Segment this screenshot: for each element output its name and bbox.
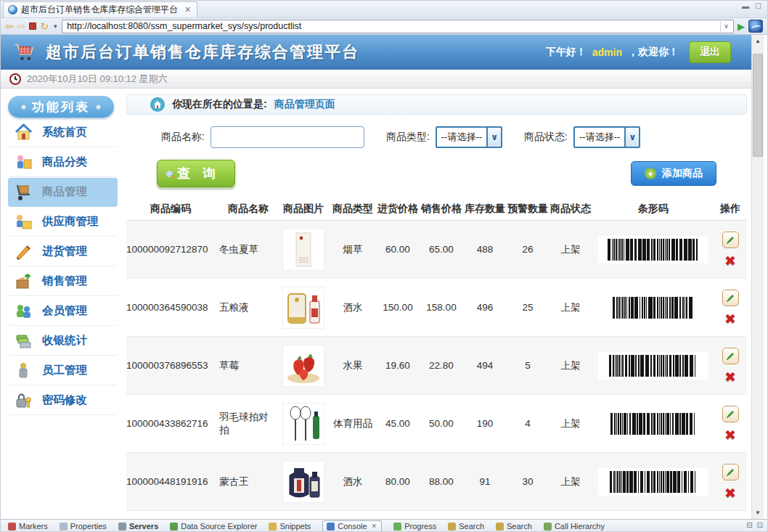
view-bar-controls: ⊟ ⊡ xyxy=(746,521,763,529)
go-icon[interactable]: ▶ xyxy=(738,21,745,32)
sidebar-item-8[interactable]: 收银统计 xyxy=(8,327,118,356)
supplier-icon xyxy=(14,212,33,232)
view-tab-data-source-explorer[interactable]: Data Source Explorer xyxy=(170,522,257,531)
edit-icon[interactable] xyxy=(722,464,739,480)
view-tab-progress[interactable]: Progress xyxy=(393,522,436,531)
minimize-view-icon[interactable]: ⊟ xyxy=(746,521,752,529)
filter-row: 商品名称: 商品类型: --请选择-- ∨ 商品状态: --请选择-- ∨ xyxy=(161,126,747,148)
external-browser-icon[interactable] xyxy=(748,20,763,33)
product-code: 100000448191916 xyxy=(126,476,215,487)
delete-icon[interactable]: ✖ xyxy=(724,486,736,500)
view-tab-label: Call Hierarchy xyxy=(555,522,605,531)
sidebar-item-4[interactable]: 供应商管理 xyxy=(8,208,118,237)
column-header: 操作 xyxy=(714,202,747,216)
product-image-cell xyxy=(277,287,330,329)
sidebar-item-5[interactable]: 进货管理 xyxy=(8,237,118,266)
delete-icon[interactable]: ✖ xyxy=(724,254,736,268)
logout-button[interactable]: 退出 xyxy=(689,41,731,63)
globe-icon xyxy=(8,5,17,15)
forward-icon[interactable]: ⇨ xyxy=(17,21,26,31)
refresh-dropdown-icon[interactable]: ▼ xyxy=(52,23,58,30)
edit-icon[interactable] xyxy=(722,348,739,364)
view-tab-properties[interactable]: Properties xyxy=(60,522,107,531)
product-name: 五粮液 xyxy=(215,301,277,314)
view-tab-icon xyxy=(544,523,552,531)
sidebar-item-3[interactable]: 商品管理 xyxy=(8,178,118,207)
dot-icon xyxy=(96,105,101,110)
view-tab-console[interactable]: Console✕ xyxy=(322,520,382,532)
product-image-cell xyxy=(277,461,330,503)
view-tab-markers[interactable]: Markers xyxy=(8,522,48,531)
view-tab-label: Markers xyxy=(19,522,48,531)
view-tab-snippets[interactable]: Snippets xyxy=(269,522,311,531)
barcode-image xyxy=(598,294,708,322)
product-status-label: 商品状态: xyxy=(524,131,568,144)
vertical-scrollbar[interactable]: ▲ ▼ xyxy=(751,35,764,519)
sidebar-item-1[interactable]: 系统首页 xyxy=(8,118,118,147)
delete-icon[interactable]: ✖ xyxy=(724,370,736,384)
barcode-cell xyxy=(592,352,714,380)
delete-icon[interactable]: ✖ xyxy=(724,428,736,442)
stop-icon[interactable] xyxy=(29,22,36,30)
product-name-input[interactable] xyxy=(211,126,364,148)
sidebar-item-label: 进货管理 xyxy=(42,244,87,259)
stock-quantity: 488 xyxy=(463,244,507,255)
window-controls: ▬ ☐ xyxy=(742,2,761,10)
sidebar-item-9[interactable]: 员工管理 xyxy=(8,356,118,385)
product-status-select[interactable]: --请选择-- ∨ xyxy=(573,126,640,148)
product-type-select[interactable]: --请选择-- ∨ xyxy=(436,126,502,148)
product-image xyxy=(282,403,324,445)
sidebar-item-label: 商品管理 xyxy=(42,184,87,200)
sidebar-item-6[interactable]: 销售管理 xyxy=(8,267,118,296)
product-type: 体育用品 xyxy=(330,417,376,430)
view-tab-search[interactable]: Search xyxy=(448,522,484,531)
product-type: 水果 xyxy=(330,359,376,372)
view-tab-servers[interactable]: Servers xyxy=(118,522,158,531)
sidebar-item-2[interactable]: 商品分类 xyxy=(8,148,118,177)
add-product-button[interactable]: + 添加商品 xyxy=(631,161,716,186)
view-tab-label: Console xyxy=(338,522,367,531)
product-image xyxy=(282,345,324,387)
maximize-icon[interactable]: ☐ xyxy=(755,2,761,10)
back-icon[interactable]: ⇦ xyxy=(5,21,14,31)
sell-price: 50.00 xyxy=(420,418,463,429)
url-dropdown-icon[interactable]: ∨ xyxy=(720,21,732,32)
warning-quantity: 25 xyxy=(507,302,549,313)
view-tab-label: Properties xyxy=(70,522,107,531)
view-tab-label: Servers xyxy=(129,522,158,531)
edit-icon[interactable] xyxy=(722,232,739,248)
scroll-up-icon[interactable]: ▲ xyxy=(752,35,764,47)
table-row: 100000433862716羽毛球拍对拍体育用品45.0050.001904上… xyxy=(126,395,747,453)
purchase-icon xyxy=(14,242,33,261)
browser-tab[interactable]: 超市后台订单销售仓库库存综合管理平台 ✕ xyxy=(3,1,197,17)
url-bar[interactable]: ∨ xyxy=(62,20,734,33)
product-type: 烟草 xyxy=(330,243,376,256)
column-header: 商品编码 xyxy=(126,202,215,216)
delete-icon[interactable]: ✖ xyxy=(724,312,736,326)
minimize-icon[interactable]: ▬ xyxy=(742,2,749,10)
maximize-view-icon[interactable]: ⊡ xyxy=(757,521,763,529)
product-name: 羽毛球拍对拍 xyxy=(215,411,277,437)
search-button[interactable]: 查 询 xyxy=(157,160,235,187)
url-input[interactable] xyxy=(67,21,720,31)
barcode-image xyxy=(598,352,708,380)
view-tab-close-icon[interactable]: ✕ xyxy=(372,523,377,530)
eclipse-view-bar: MarkersPropertiesServersData Source Expl… xyxy=(1,519,767,532)
edit-icon[interactable] xyxy=(722,406,739,422)
refresh-icon[interactable]: ↻ xyxy=(40,21,49,31)
view-tab-search[interactable]: Search xyxy=(496,522,532,531)
sidebar-item-7[interactable]: 会员管理 xyxy=(8,297,118,326)
view-tab-call-hierarchy[interactable]: Call Hierarchy xyxy=(544,522,605,531)
edit-icon[interactable] xyxy=(722,290,739,306)
product-image xyxy=(282,287,324,329)
scrollbar-thumb[interactable] xyxy=(753,54,763,157)
scroll-down-icon[interactable]: ▼ xyxy=(752,507,764,519)
view-tab-icon xyxy=(118,523,126,531)
breadcrumb-current-link[interactable]: 商品管理页面 xyxy=(274,98,335,111)
sidebar-item-10[interactable]: 密码修改 xyxy=(8,386,118,415)
product-name-label: 商品名称: xyxy=(161,131,205,144)
tab-close-icon[interactable]: ✕ xyxy=(184,5,191,15)
product-image-cell xyxy=(277,345,330,387)
sell-price: 65.00 xyxy=(420,244,463,255)
sidebar-item-label: 销售管理 xyxy=(42,274,87,289)
